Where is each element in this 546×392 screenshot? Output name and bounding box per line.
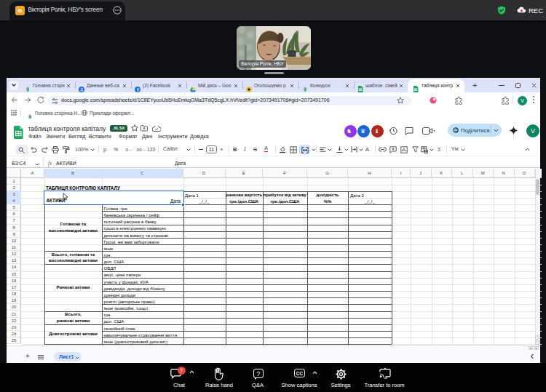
svg-text:Д: Д [80,88,82,92]
